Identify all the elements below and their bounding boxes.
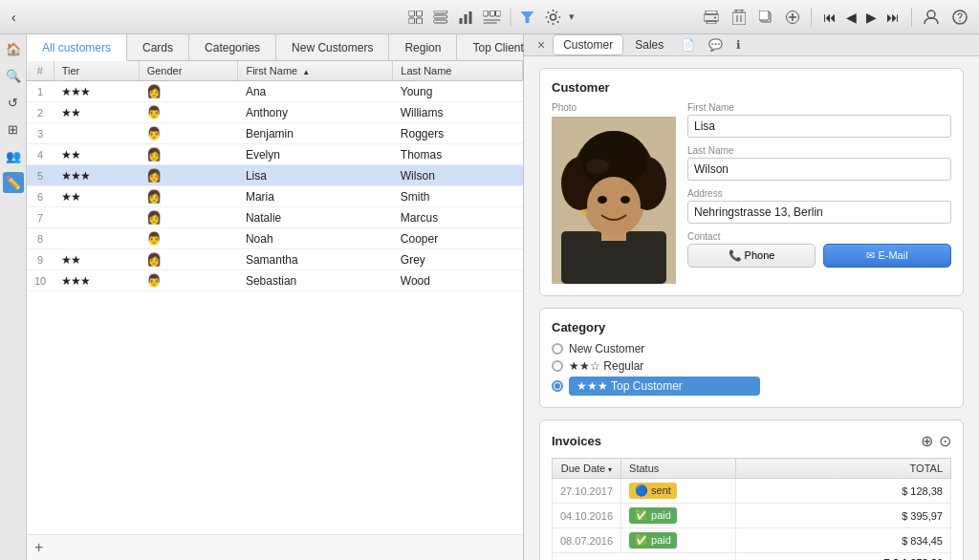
svg-rect-2 [409, 18, 415, 24]
cell-gender: 👩 [139, 186, 238, 207]
table-row[interactable]: 5 ★★★ 👩 Lisa Wilson [27, 165, 523, 186]
print-button[interactable] [700, 9, 723, 26]
radio-regular[interactable] [552, 360, 563, 372]
col-tier[interactable]: Tier [54, 61, 139, 81]
sidebar-edit[interactable]: ✏️ [3, 172, 24, 193]
table-row[interactable]: 9 ★★ 👩 Samantha Grey [27, 249, 523, 270]
media-next-button[interactable]: ▶ [862, 8, 881, 27]
invoice-add-button[interactable]: ⊕ [921, 432, 933, 450]
sidebar-home[interactable]: 🏠 [3, 38, 24, 59]
media-first-button[interactable]: ⏮ [819, 8, 840, 27]
tab-categories[interactable]: Categories [189, 34, 276, 60]
invoice-col-total[interactable]: TOTAL [736, 459, 951, 479]
media-last-button[interactable]: ⏭ [882, 8, 903, 27]
cell-lastname: Wilson [393, 165, 523, 186]
invoice-row[interactable]: 04.10.2016 ✅ paid $ 395,97 [553, 504, 951, 528]
tab-all-customers[interactable]: All customers [27, 34, 127, 61]
radio-new-customer[interactable] [552, 343, 563, 355]
invoice-col-due[interactable]: Due Date ▾ [553, 459, 621, 479]
cell-gender: 👩 [139, 144, 238, 165]
main-area: 🏠 🔍 ↺ ⊞ 👥 ✏️ All customers Cards Categor… [0, 34, 979, 560]
settings-chevron: ▾ [569, 11, 575, 23]
delete-button[interactable] [729, 8, 750, 27]
cell-firstname: Ana [238, 81, 393, 102]
cell-tier: ★★ [54, 186, 139, 207]
gender-icon: 👨 [146, 273, 162, 288]
svg-point-34 [959, 20, 961, 22]
cell-num: 6 [27, 186, 54, 207]
user-profile-button[interactable] [920, 8, 943, 27]
tab-cards[interactable]: Cards [127, 34, 189, 60]
detail-tab-sales[interactable]: Sales [625, 35, 673, 54]
sidebar-refresh[interactable]: ↺ [3, 92, 24, 113]
svg-rect-7 [460, 18, 463, 24]
table-row[interactable]: 7 👩 Natalie Marcus [27, 207, 523, 228]
phone-button[interactable]: 📞 Phone [687, 244, 816, 268]
chart-view-button[interactable] [455, 9, 478, 26]
table-row[interactable]: 10 ★★★ 👨 Sebastian Wood [27, 270, 523, 291]
detail-tab-info-icon[interactable]: ℹ [730, 35, 747, 54]
duplicate-button[interactable] [755, 9, 776, 26]
last-name-input[interactable] [687, 158, 951, 181]
back-button[interactable]: ‹ [8, 8, 20, 27]
sidebar-search[interactable]: 🔍 [3, 65, 24, 86]
cell-num: 7 [27, 207, 54, 228]
svg-marker-15 [521, 11, 534, 23]
table-row[interactable]: 6 ★★ 👩 Maria Smith [27, 186, 523, 207]
sidebar-records[interactable]: 👥 [3, 145, 24, 166]
category-regular[interactable]: ★★☆ Regular [552, 359, 951, 373]
table-row[interactable]: 4 ★★ 👩 Evelyn Thomas [27, 144, 523, 165]
table-body: 1 ★★★ 👩 Ana Young 2 ★★ 👨 Anthony William… [27, 81, 523, 291]
col-firstname[interactable]: First Name ▲ [238, 61, 393, 81]
tab-region[interactable]: Region [389, 34, 457, 60]
table-row[interactable]: 2 ★★ 👨 Anthony Williams [27, 102, 523, 123]
invoice-search-button[interactable]: ⊙ [939, 432, 951, 450]
category-regular-label: ★★☆ Regular [569, 359, 643, 373]
table-row[interactable]: 8 👨 Noah Cooper [27, 228, 523, 249]
cell-firstname: Maria [238, 186, 393, 207]
detail-tab-customer[interactable]: Customer [553, 34, 623, 55]
filter-button[interactable] [517, 10, 538, 25]
gender-icon: 👩 [146, 168, 162, 183]
cell-firstname: Anthony [238, 102, 393, 123]
list-view-button[interactable] [430, 9, 453, 26]
invoice-status: ✅ paid [621, 504, 736, 528]
invoice-date: 08.07.2016 [553, 528, 621, 553]
col-gender[interactable]: Gender [139, 61, 238, 81]
data-table: # Tier Gender First Name ▲ Last Name 1 ★… [27, 61, 523, 534]
email-button[interactable]: ✉ E-Mail [823, 244, 951, 268]
address-input[interactable] [687, 201, 951, 224]
gender-icon: 👩 [146, 189, 162, 204]
sort-arrow: ▲ [302, 68, 310, 76]
detail-tab-chat-icon[interactable]: 💬 [703, 35, 729, 54]
add-row-button[interactable]: + [27, 534, 523, 560]
grid-view-button[interactable] [405, 9, 428, 26]
detail-tab-doc-icon[interactable]: 📄 [675, 35, 701, 54]
table-row[interactable]: 1 ★★★ 👩 Ana Young [27, 81, 523, 102]
media-prev-button[interactable]: ◀ [842, 8, 860, 27]
special-view-button[interactable] [480, 9, 505, 26]
invoice-col-status[interactable]: Status [621, 459, 736, 479]
invoice-row[interactable]: 08.07.2016 ✅ paid $ 834,45 [553, 528, 951, 553]
invoice-row[interactable]: 27.10.2017 🔵 sent $ 128,38 [553, 479, 951, 504]
radio-top-customer[interactable] [552, 380, 563, 392]
settings-button[interactable] [542, 8, 565, 27]
cell-lastname: Young [393, 81, 523, 102]
invoice-date: 27.10.2017 [553, 479, 621, 504]
table-row[interactable]: 3 👨 Benjamin Roggers [27, 123, 523, 144]
help-button[interactable] [948, 8, 971, 27]
tab-new-customers[interactable]: New Customers [276, 34, 389, 60]
sidebar: 🏠 🔍 ↺ ⊞ 👥 ✏️ [0, 34, 27, 560]
address-group: Address [687, 188, 951, 224]
gender-icon: 👨 [146, 231, 162, 246]
invoice-total: $ 834,45 [736, 528, 951, 553]
sidebar-table[interactable]: ⊞ [3, 118, 24, 140]
gender-icon: 👩 [146, 147, 162, 162]
category-top-customer[interactable]: ★★★ Top Customer [552, 377, 951, 396]
total-value: Σ $ 1.358,80 [736, 553, 951, 561]
first-name-input[interactable] [687, 115, 951, 138]
add-button[interactable] [782, 9, 803, 26]
col-lastname[interactable]: Last Name [393, 61, 523, 81]
detail-close-button[interactable]: × [532, 37, 551, 53]
category-new-customer[interactable]: New Customer [552, 342, 951, 355]
